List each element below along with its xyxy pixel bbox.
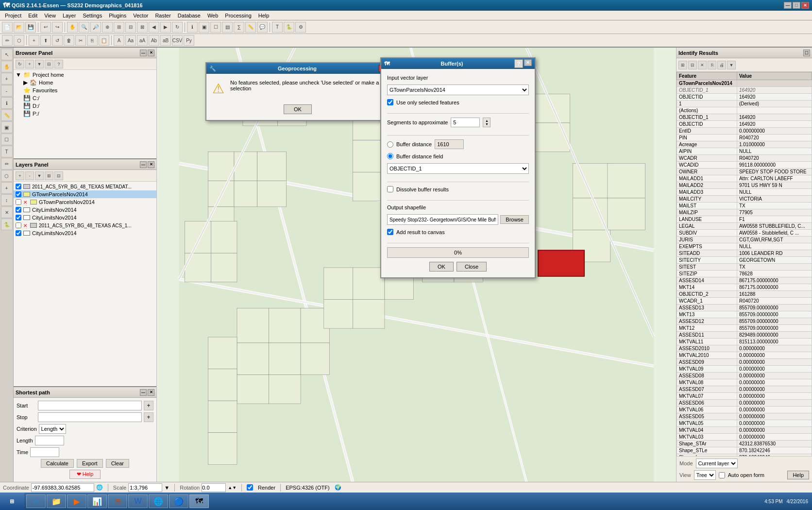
menu-settings[interactable]: Settings xyxy=(80,12,105,19)
menu-vector[interactable]: Vector xyxy=(130,12,151,19)
identify-row[interactable]: SITEZIP78628 xyxy=(677,271,812,277)
add-feature-button[interactable]: + xyxy=(29,35,39,46)
identify-row[interactable]: MKT14867175.00000000 xyxy=(677,284,812,291)
bf-distance-field-dropdown[interactable]: OBJECTID_1 xyxy=(387,163,529,174)
paste-button[interactable]: 📋 xyxy=(99,35,109,46)
layers-panel-minimize[interactable]: — xyxy=(140,161,147,168)
taskbar-excel[interactable]: 📊 xyxy=(87,494,107,508)
tool-zoom-in2[interactable]: + xyxy=(1,73,13,85)
taskbar-ie[interactable]: ℯ xyxy=(26,494,46,508)
stat-button[interactable]: ∑ xyxy=(234,22,244,33)
python-button[interactable]: 🐍 xyxy=(284,22,294,33)
scale-input[interactable] xyxy=(128,483,162,492)
identify-print[interactable]: 🖨 xyxy=(717,61,726,69)
identify-row[interactable]: OBJECTID164920 xyxy=(677,121,812,128)
browser-panel-close[interactable]: ✕ xyxy=(148,50,154,56)
identify-row[interactable]: LANDUSEF1 xyxy=(677,216,812,223)
map-area[interactable]: 🔧 Geoprocessing ✕ ⚠ No features selected… xyxy=(157,48,676,482)
identify-row[interactable]: JURISCGT,GWI,RFM,SGT xyxy=(677,237,812,243)
menu-edit[interactable]: Edit xyxy=(25,12,40,19)
layer-4-visibility[interactable] xyxy=(16,207,21,213)
zoom-layer-button[interactable]: ⊟ xyxy=(125,22,136,33)
taskbar-media[interactable]: ▶ xyxy=(67,494,86,508)
tool-identify2[interactable]: ℹ xyxy=(1,97,13,109)
layer-item-4[interactable]: CityLimitsNov2014 xyxy=(14,206,156,214)
tool-pointer[interactable]: ↖ xyxy=(1,49,13,60)
sp-time-input[interactable] xyxy=(30,447,59,457)
identify-row[interactable]: OBJECTID_2161288 xyxy=(677,291,812,298)
label4-button[interactable]: Ab xyxy=(149,35,159,46)
identify-panel-expand[interactable]: ⬚ xyxy=(803,50,810,56)
move-feature-button[interactable]: ⬆ xyxy=(40,35,51,46)
menu-project[interactable]: Project xyxy=(2,12,24,19)
identify-row[interactable]: SITEADD1006 LEANDER RD xyxy=(677,250,812,257)
identify-row[interactable]: WCADID99118.00000000 xyxy=(677,162,812,169)
label-button[interactable]: T xyxy=(272,22,283,33)
browser-add-layer-button[interactable]: + xyxy=(25,60,34,68)
layers-collapse-button[interactable]: ⊟ xyxy=(54,171,63,180)
identify-row[interactable]: MAILADD29701 US HWY 59 N xyxy=(677,182,812,189)
sp-start-plus[interactable]: + xyxy=(144,401,153,410)
zoom-next-button[interactable]: ▶ xyxy=(160,22,171,33)
identify-row[interactable]: MKTVAL090.00000000 xyxy=(677,366,812,373)
undo-button[interactable]: ↩ xyxy=(40,22,51,33)
browser-item-d-drive[interactable]: 💾 D:/ xyxy=(21,102,156,110)
bf-segments-input[interactable] xyxy=(451,118,480,127)
tool-del2[interactable]: ✕ xyxy=(1,206,13,218)
zoom-prev-button[interactable]: ◀ xyxy=(149,22,159,33)
bf-distance-radio[interactable] xyxy=(387,141,393,148)
identify-row[interactable]: ASSESD050.00000000 xyxy=(677,413,812,420)
identify-row[interactable]: OBJECTID_1164920 xyxy=(677,114,812,121)
identify-row[interactable]: MAILZIP77905 xyxy=(677,209,812,216)
bf-output-input[interactable] xyxy=(387,214,498,225)
identify-row[interactable]: MKTVAL030.00000000 xyxy=(677,434,812,441)
identify-row[interactable]: ASSESD060.00000000 xyxy=(677,400,812,407)
taskbar-word[interactable]: W xyxy=(128,494,148,508)
browser-item-p-drive[interactable]: 💾 P:/ xyxy=(21,110,156,118)
zoom-out-button[interactable]: 🔎 xyxy=(90,22,101,33)
identify-row[interactable]: Shape_STAr42312.83876530 xyxy=(677,441,812,447)
layer-3-visibility[interactable] xyxy=(16,199,21,205)
taskbar-email[interactable]: ✉ xyxy=(108,494,127,508)
identify-row[interactable]: ASSESD11829489.00000000 xyxy=(677,332,812,339)
label2-button[interactable]: Aa xyxy=(125,35,136,46)
browser-item-favourites[interactable]: ⭐ Favourites xyxy=(21,86,156,94)
identify-row[interactable]: OWNERSPEEDY STOP FOOD STORE xyxy=(677,169,812,175)
layer-5-visibility[interactable] xyxy=(16,215,21,221)
refresh-button[interactable]: ↻ xyxy=(172,22,183,33)
copy-button[interactable]: ⎘ xyxy=(87,35,98,46)
layer-item-2[interactable]: GTownParcelsNov2014 xyxy=(14,190,156,198)
identify-row[interactable]: SITECITYGEORGETOWN xyxy=(677,257,812,264)
zoom-full-button[interactable]: ⊕ xyxy=(102,22,113,33)
layers-panel-close[interactable]: ✕ xyxy=(148,161,154,168)
geoprocessing-dialog[interactable]: 🔧 Geoprocessing ✕ ⚠ No features selected… xyxy=(205,62,390,121)
identify-view-dropdown[interactable]: Tree xyxy=(694,470,716,480)
identify-help-button[interactable]: Help xyxy=(787,471,809,479)
taskbar-folder[interactable]: 📁 xyxy=(47,494,66,508)
sp-close[interactable]: ✕ xyxy=(148,389,154,396)
select-button[interactable]: ▣ xyxy=(199,22,209,33)
tool-python3[interactable]: 🐍 xyxy=(1,219,13,230)
layers-filter-button[interactable]: ▼ xyxy=(35,171,44,180)
identify-row[interactable]: EXEMPTSNULL xyxy=(677,243,812,250)
layer-7-visibility[interactable] xyxy=(16,230,21,236)
identify-row[interactable]: MKTVAL080.00000000 xyxy=(677,379,812,386)
identify-row[interactable]: AIPINNULL xyxy=(677,148,812,155)
buffer-dialog[interactable]: 🗺 Buffer(s) ? ✕ Input vector layer xyxy=(380,57,536,278)
digitize-button[interactable]: ✏ xyxy=(2,35,13,46)
sp-calculate-button[interactable]: Calculate xyxy=(41,459,74,468)
sp-help-button[interactable]: ❤ Help xyxy=(69,470,101,479)
geoprocessing-ok-button[interactable]: OK xyxy=(284,104,312,114)
browser-collapse-button[interactable]: ⊟ xyxy=(45,60,53,68)
identify-row[interactable]: SUBDIVAW0558 - Stubblefield, C ... xyxy=(677,230,812,237)
identify-clear[interactable]: ✕ xyxy=(698,61,707,69)
identify-row[interactable]: MKTVAL20100.00000000 xyxy=(677,352,812,359)
identify-row[interactable]: OBJECTID164920 xyxy=(677,94,812,101)
bf-distance-field-radio[interactable] xyxy=(387,153,393,159)
buffer-help-button[interactable]: ? xyxy=(514,59,523,68)
layers-expand-button[interactable]: ⊞ xyxy=(45,171,53,180)
menu-layer[interactable]: Layer xyxy=(60,12,79,19)
identify-row[interactable]: ASSESD090.00000000 xyxy=(677,359,812,366)
layer-item-1[interactable]: 2011_ACS_5YR_BG_48_TEXAS METADAT... xyxy=(14,183,156,190)
identify-row[interactable]: (Actions) xyxy=(677,107,812,114)
